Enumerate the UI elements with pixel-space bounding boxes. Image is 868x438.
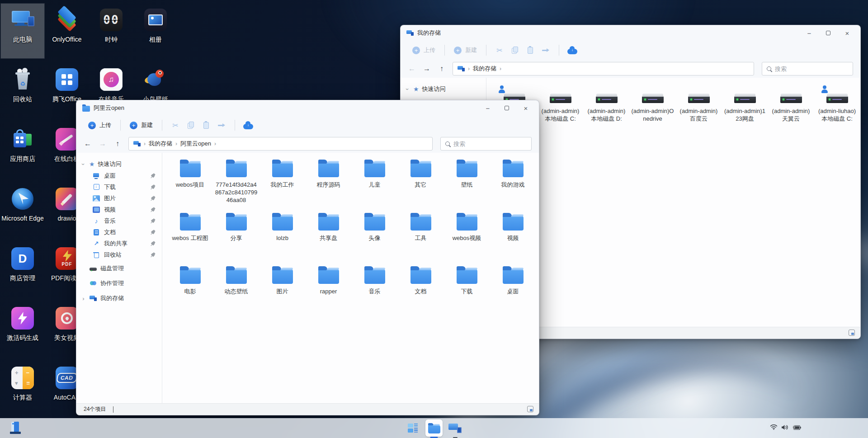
- titlebar[interactable]: 阿里云open − ×: [76, 100, 539, 116]
- drive-item[interactable]: (admin-admin)本地磁盘 D:: [585, 85, 628, 139]
- upload-button[interactable]: + 上传: [409, 44, 439, 57]
- up-button[interactable]: ↑: [113, 140, 122, 148]
- view-toggle-icon[interactable]: [527, 406, 533, 412]
- address-bar[interactable]: › 我的存储 ›: [453, 62, 754, 75]
- forward-button[interactable]: →: [99, 140, 107, 148]
- pin-icon[interactable]: [149, 184, 156, 191]
- folder-item[interactable]: 音乐: [353, 266, 396, 319]
- sidebar-item-collab-manage[interactable]: › 协作管理: [76, 277, 162, 290]
- sidebar-item-documents[interactable]: 文档: [76, 226, 162, 238]
- upload-button[interactable]: + 上传: [85, 119, 115, 132]
- folder-item[interactable]: 视频: [491, 212, 534, 266]
- desktop-icon-store-manage[interactable]: D 商店管理: [1, 242, 44, 297]
- volume-icon[interactable]: [781, 424, 788, 432]
- desktop-icon-calculator[interactable]: +▾ −= 计算器: [1, 362, 44, 416]
- breadcrumb-root[interactable]: 我的存储: [149, 140, 172, 148]
- sidebar-item-disk-manage[interactable]: › 磁盘管理: [76, 262, 162, 275]
- pin-icon[interactable]: [149, 207, 156, 213]
- folder-item[interactable]: 工具: [399, 212, 442, 266]
- folder-item[interactable]: 图片: [261, 266, 304, 319]
- drive-item[interactable]: (admin-liuhao)本地磁盘 C:: [816, 85, 859, 139]
- minimize-button[interactable]: −: [478, 101, 497, 115]
- minimize-button[interactable]: −: [800, 26, 819, 40]
- up-button[interactable]: ↑: [438, 65, 446, 73]
- view-toggle-icon[interactable]: [849, 330, 855, 336]
- folder-item[interactable]: 程序源码: [307, 159, 350, 212]
- pin-icon[interactable]: [149, 229, 156, 236]
- desktop-icon-app-store[interactable]: 应用商店: [1, 123, 44, 178]
- battery-charging-icon[interactable]: [792, 424, 801, 432]
- address-bar[interactable]: › 我的存储 › 阿里云open ›: [128, 137, 433, 151]
- chevron-down-icon[interactable]: ›: [80, 162, 87, 167]
- folder-item[interactable]: 壁纸: [445, 159, 488, 212]
- pin-icon[interactable]: [149, 218, 156, 225]
- wifi-icon[interactable]: [770, 424, 778, 432]
- chevron-down-icon[interactable]: ›: [404, 87, 411, 92]
- search-box[interactable]: [762, 62, 853, 75]
- paste-button[interactable]: [523, 43, 538, 57]
- folder-item[interactable]: 桌面: [491, 266, 534, 319]
- desktop-icon-activation-code[interactable]: 激活码生成: [1, 302, 44, 357]
- folder-item[interactable]: 共享盘: [307, 212, 350, 266]
- desktop-icon-album[interactable]: 相册: [134, 4, 177, 58]
- folder-item[interactable]: 儿童: [353, 159, 396, 212]
- close-button[interactable]: ×: [516, 101, 535, 115]
- new-button[interactable]: + 新建: [450, 44, 481, 57]
- search-box[interactable]: [440, 137, 532, 151]
- folder-item[interactable]: 我的游戏: [491, 159, 534, 212]
- desktop-icon-clock[interactable]: 00 时钟: [90, 4, 133, 58]
- taskbar-file-explorer-button[interactable]: [425, 419, 443, 437]
- taskbar-this-pc-button[interactable]: [447, 419, 464, 437]
- folder-item[interactable]: 777e14f3d42a4867a2c841079946aa08: [215, 159, 258, 212]
- desktop-icon-microsoft-edge[interactable]: Microsoft Edge: [1, 183, 44, 237]
- search-input[interactable]: [453, 141, 527, 147]
- breadcrumb-current[interactable]: 阿里云open: [180, 140, 211, 148]
- pin-icon[interactable]: [149, 240, 156, 247]
- cloud-sync-button[interactable]: [241, 118, 256, 132]
- folder-item[interactable]: webos视频: [445, 212, 488, 266]
- folder-item[interactable]: webos项目: [169, 159, 212, 212]
- folder-item[interactable]: 我的工作: [261, 159, 304, 212]
- folder-item[interactable]: webos 工程图: [169, 212, 212, 266]
- folder-item[interactable]: 其它: [399, 159, 442, 212]
- pin-icon[interactable]: [149, 173, 156, 179]
- move-button[interactable]: [214, 118, 229, 132]
- close-button[interactable]: ×: [838, 26, 857, 40]
- search-input[interactable]: [775, 66, 848, 72]
- folder-item[interactable]: 文档: [399, 266, 442, 319]
- breadcrumb-root[interactable]: 我的存储: [473, 65, 496, 73]
- sidebar-item-downloads[interactable]: 下载: [76, 181, 162, 193]
- new-button[interactable]: + 新建: [126, 119, 156, 132]
- folder-item[interactable]: 下载: [445, 266, 488, 319]
- folder-item[interactable]: 动态壁纸: [215, 266, 258, 319]
- titlebar[interactable]: 我的存储 − ×: [401, 25, 860, 41]
- pin-icon[interactable]: [149, 195, 156, 202]
- drive-item[interactable]: (admin-admin)本地磁盘 C:: [539, 85, 582, 139]
- desktop-icon-this-pc[interactable]: 此电脑: [1, 4, 44, 58]
- paste-button[interactable]: [198, 118, 214, 132]
- sidebar-item-my-shares[interactable]: ↗ 我的共享: [76, 238, 162, 249]
- cloud-sync-button[interactable]: [565, 43, 580, 57]
- pin-icon[interactable]: [149, 252, 156, 259]
- folder-item[interactable]: lolzb: [261, 212, 304, 266]
- desktop-icon-onlyoffice[interactable]: OnlyOffice: [45, 4, 89, 58]
- desktop-icon-recycle-bin[interactable]: ♻ 回收站: [1, 63, 44, 118]
- cut-button[interactable]: ✂: [492, 43, 507, 57]
- sidebar-quick-access[interactable]: › ★ 快速访问: [76, 158, 162, 170]
- sidebar-item-pictures[interactable]: 图片: [76, 193, 162, 204]
- copy-button[interactable]: [507, 43, 523, 57]
- back-button[interactable]: ←: [84, 140, 92, 148]
- sidebar-item-recycle-bin[interactable]: 回收站: [76, 249, 162, 260]
- sidebar-item-my-storage[interactable]: › 我的存储: [76, 292, 162, 305]
- move-button[interactable]: [538, 43, 553, 57]
- drive-item[interactable]: (admin-admin)天翼云: [769, 85, 812, 139]
- sidebar-item-music[interactable]: ♪ 音乐: [76, 215, 162, 226]
- sidebar-item-desktop[interactable]: 桌面: [76, 170, 162, 181]
- folder-item[interactable]: 分享: [215, 212, 258, 266]
- taskbar-start-menu-button[interactable]: [404, 419, 421, 437]
- sidebar-quick-access[interactable]: › ★ 快速访问: [401, 83, 486, 95]
- back-button[interactable]: ←: [408, 65, 416, 73]
- drive-item[interactable]: (admin-admin)百度云: [677, 85, 720, 139]
- folder-item[interactable]: 头像: [353, 212, 396, 266]
- folder-item[interactable]: rapper: [307, 266, 350, 319]
